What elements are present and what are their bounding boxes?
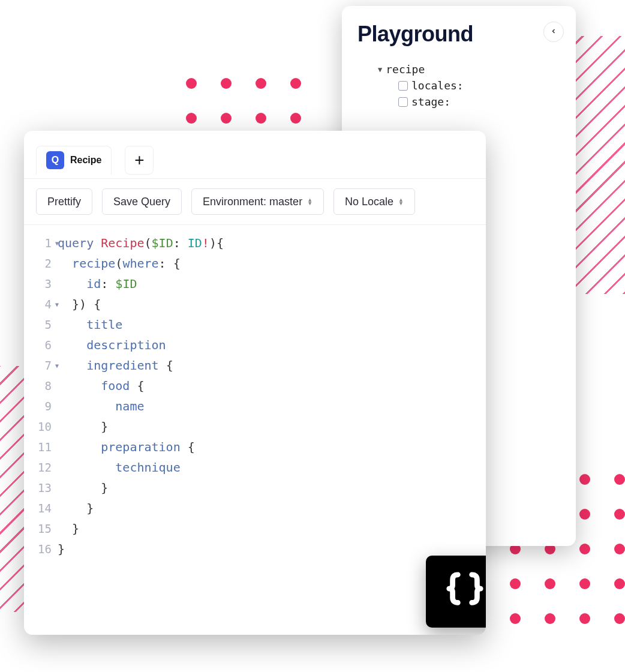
decoration-dots-tl bbox=[186, 78, 301, 124]
editor-toolbar: Prettify Save Query Environment: master … bbox=[24, 179, 486, 225]
code-line[interactable]: 2 recipe(where: { bbox=[24, 256, 486, 277]
decoration-stripes-tr bbox=[574, 36, 625, 294]
code-text: } bbox=[58, 542, 65, 556]
playground-title: Playground bbox=[357, 22, 560, 47]
line-number: 16 bbox=[24, 542, 58, 556]
line-number: 11 bbox=[24, 440, 58, 454]
tab-recipe[interactable]: Q Recipe bbox=[36, 146, 112, 175]
line-number: 12 bbox=[24, 461, 58, 474]
code-line[interactable]: 9 name bbox=[24, 399, 486, 419]
explorer-root-label: recipe bbox=[386, 63, 425, 76]
fold-caret-icon[interactable]: ▼ bbox=[55, 362, 59, 369]
collapse-button[interactable] bbox=[543, 22, 564, 42]
query-badge: Q bbox=[46, 151, 64, 169]
graphql-braces-badge bbox=[426, 556, 486, 628]
code-line[interactable]: 10 } bbox=[24, 419, 486, 440]
line-number: 3 bbox=[24, 277, 58, 290]
code-line[interactable]: 7▼ ingredient { bbox=[24, 358, 486, 379]
line-number: 15 bbox=[24, 522, 58, 535]
code-line[interactable]: 13 } bbox=[24, 481, 486, 501]
prettify-button[interactable]: Prettify bbox=[36, 188, 92, 215]
code-text: food { bbox=[58, 379, 145, 393]
save-query-label: Save Query bbox=[113, 196, 170, 208]
line-number: 13 bbox=[24, 481, 58, 494]
code-line[interactable]: 1▼query Recipe($ID: ID!){ bbox=[24, 236, 486, 256]
code-text: } bbox=[58, 481, 108, 495]
plus-icon: + bbox=[134, 151, 144, 170]
line-number: 7▼ bbox=[24, 359, 58, 372]
code-text: } bbox=[58, 501, 94, 515]
explorer-item-label: stage: bbox=[411, 95, 450, 108]
code-line[interactable]: 12 technique bbox=[24, 460, 486, 481]
code-line[interactable]: 5 title bbox=[24, 317, 486, 338]
explorer-item-label: locales: bbox=[411, 79, 464, 92]
line-number: 9 bbox=[24, 400, 58, 413]
code-editor[interactable]: 1▼query Recipe($ID: ID!){2 recipe(where:… bbox=[24, 225, 486, 574]
query-editor-panel: Q Recipe + Prettify Save Query Environme… bbox=[24, 131, 486, 635]
tab-bar: Q Recipe + bbox=[24, 131, 486, 179]
chevron-left-icon bbox=[550, 28, 557, 37]
line-number: 8 bbox=[24, 379, 58, 392]
code-line[interactable]: 16} bbox=[24, 542, 486, 562]
locale-label: No Locale bbox=[345, 196, 393, 208]
code-text: }) { bbox=[58, 297, 101, 311]
code-text: id: $ID bbox=[58, 277, 137, 291]
prettify-label: Prettify bbox=[47, 196, 81, 208]
sort-icon: ▲▼ bbox=[307, 198, 312, 205]
code-text: technique bbox=[58, 460, 181, 475]
code-line[interactable]: 11 preparation { bbox=[24, 440, 486, 460]
caret-down-icon: ▼ bbox=[378, 65, 382, 74]
code-line[interactable]: 15 } bbox=[24, 521, 486, 542]
environment-label: Environment: master bbox=[203, 196, 302, 208]
code-text: preparation { bbox=[58, 440, 195, 454]
code-line[interactable]: 3 id: $ID bbox=[24, 277, 486, 297]
line-number: 14 bbox=[24, 502, 58, 515]
checkbox-icon[interactable] bbox=[398, 81, 408, 91]
tab-label: Recipe bbox=[70, 155, 101, 166]
line-number: 1▼ bbox=[24, 236, 58, 250]
code-line[interactable]: 4▼ }) { bbox=[24, 297, 486, 317]
locale-select[interactable]: No Locale ▲▼ bbox=[333, 188, 415, 215]
braces-icon bbox=[444, 569, 486, 614]
explorer-item[interactable]: stage: bbox=[357, 94, 560, 110]
fold-caret-icon[interactable]: ▼ bbox=[55, 301, 59, 308]
save-query-button[interactable]: Save Query bbox=[102, 188, 182, 215]
explorer-root[interactable]: ▼ recipe bbox=[357, 61, 560, 77]
code-text: } bbox=[58, 521, 79, 536]
code-text: recipe(where: { bbox=[58, 256, 181, 271]
code-line[interactable]: 6 description bbox=[24, 338, 486, 358]
code-text: description bbox=[58, 338, 166, 352]
fold-caret-icon[interactable]: ▼ bbox=[55, 240, 59, 247]
line-number: 4▼ bbox=[24, 298, 58, 311]
sort-icon: ▲▼ bbox=[398, 198, 404, 205]
line-number: 10 bbox=[24, 420, 58, 433]
explorer-item[interactable]: locales: bbox=[357, 77, 560, 94]
environment-select[interactable]: Environment: master ▲▼ bbox=[191, 188, 324, 215]
line-number: 2 bbox=[24, 257, 58, 270]
code-line[interactable]: 14 } bbox=[24, 501, 486, 521]
line-number: 6 bbox=[24, 338, 58, 352]
code-line[interactable]: 8 food { bbox=[24, 379, 486, 399]
code-text: query Recipe($ID: ID!){ bbox=[58, 236, 224, 250]
checkbox-icon[interactable] bbox=[398, 97, 408, 107]
code-text: } bbox=[58, 419, 108, 434]
add-tab-button[interactable]: + bbox=[125, 146, 154, 175]
code-text: title bbox=[58, 317, 122, 332]
code-text: name bbox=[58, 399, 145, 413]
code-text: ingredient { bbox=[58, 358, 173, 373]
line-number: 5 bbox=[24, 318, 58, 331]
